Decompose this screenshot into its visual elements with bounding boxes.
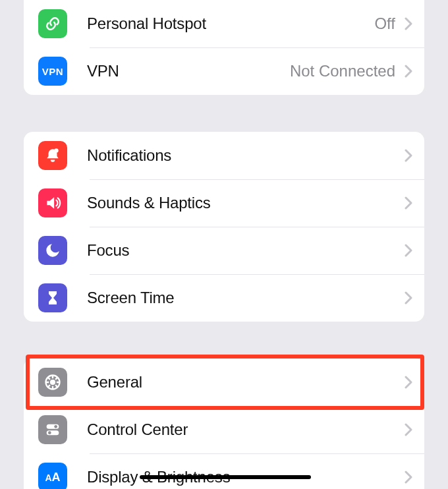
link-icon [38, 9, 67, 38]
row-label: Personal Hotspot [87, 14, 374, 33]
chevron-right-icon [405, 423, 412, 436]
display-brightness-row[interactable]: AA Display & Brightness [24, 453, 424, 489]
personal-hotspot-row[interactable]: Personal Hotspot Off [24, 0, 424, 47]
focus-row[interactable]: Focus [24, 227, 424, 274]
row-label: VPN [87, 62, 290, 80]
screen-time-row[interactable]: Screen Time [24, 274, 424, 322]
general-row[interactable]: General [24, 359, 424, 406]
chevron-right-icon [405, 17, 412, 30]
svg-line-10 [55, 378, 57, 380]
system-group: General Control Center AA Display & Brig… [24, 359, 424, 489]
moon-icon [38, 236, 67, 265]
notifications-row[interactable]: Notifications [24, 132, 424, 179]
chevron-right-icon [405, 291, 412, 304]
chevron-right-icon [405, 149, 412, 162]
row-divider [90, 179, 424, 180]
text-size-icon: AA [38, 463, 67, 489]
svg-point-2 [51, 380, 55, 384]
chevron-right-icon [405, 196, 412, 210]
chevron-right-icon [405, 244, 412, 257]
hourglass-icon [38, 283, 67, 312]
row-status: Not Connected [290, 62, 395, 80]
chevron-right-icon [405, 376, 412, 389]
svg-line-7 [48, 378, 50, 380]
vpn-row[interactable]: VPN VPN Not Connected [24, 47, 424, 95]
row-divider [90, 47, 424, 48]
svg-point-12 [54, 425, 57, 428]
row-divider [90, 453, 424, 454]
toggles-icon [38, 415, 67, 444]
chevron-right-icon [405, 65, 412, 78]
sounds-haptics-row[interactable]: Sounds & Haptics [24, 179, 424, 227]
row-label: Notifications [87, 146, 405, 165]
redaction-strike [140, 475, 311, 479]
notifications-group: Notifications Sounds & Haptics Focus [24, 132, 424, 322]
bell-icon [38, 141, 67, 170]
speaker-icon [38, 188, 67, 217]
row-status: Off [374, 14, 395, 33]
gear-icon [38, 368, 67, 397]
vpn-icon: VPN [38, 57, 67, 86]
control-center-row[interactable]: Control Center [24, 406, 424, 453]
row-divider [90, 274, 424, 275]
row-label: Focus [87, 241, 405, 260]
chevron-right-icon [405, 471, 412, 484]
svg-line-8 [55, 385, 57, 387]
svg-line-9 [48, 385, 50, 387]
row-label: Control Center [87, 420, 405, 439]
row-divider [90, 406, 424, 407]
row-label: Display & Brightness [87, 468, 405, 486]
row-divider [90, 227, 424, 227]
row-label: Screen Time [87, 289, 405, 307]
svg-point-14 [48, 431, 51, 434]
connectivity-group: Personal Hotspot Off VPN VPN Not Connect… [24, 0, 424, 95]
row-label: General [87, 373, 405, 391]
row-label: Sounds & Haptics [87, 194, 405, 212]
